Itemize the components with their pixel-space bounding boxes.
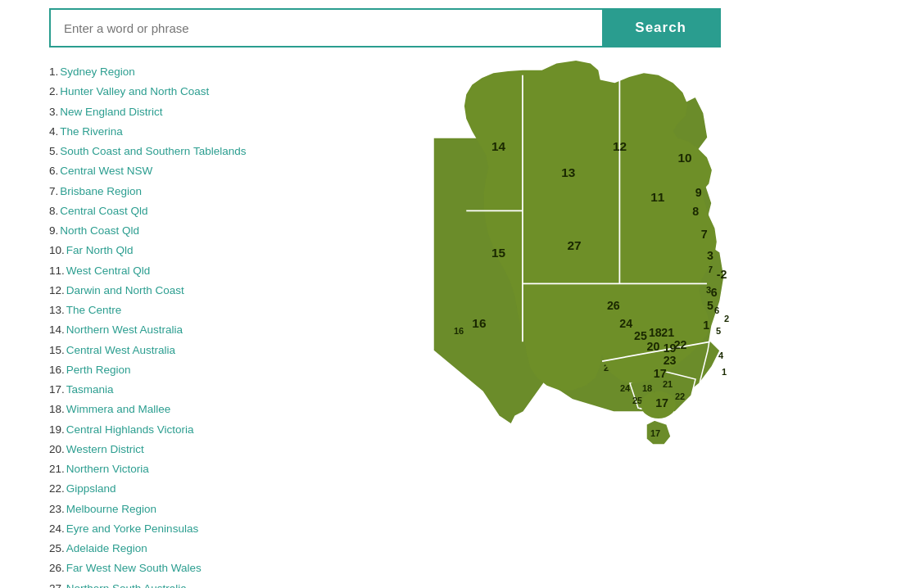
region-number: 26. [49, 562, 65, 574]
map-num-26: 26 [606, 299, 619, 312]
search-bar-wrapper: Search [0, 8, 915, 47]
region-number: 2. [49, 85, 58, 97]
list-item: 14.Northern West Australia [49, 322, 279, 338]
map-group: 14 15 16 13 27 12 11 10 9 8 7 3 -2 6 5 1… [464, 61, 727, 418]
region-number: 23. [49, 503, 65, 515]
region-number: 7. [49, 185, 58, 197]
region-link[interactable]: Central West NSW [60, 165, 152, 177]
region-link[interactable]: New England District [60, 106, 162, 118]
australia-map-detailed: 14 15 16 13 27 12 11 10 9 8 7 3 -2 6 5 1… [380, 56, 781, 424]
label-17: 17 [650, 428, 660, 438]
region-link[interactable]: The Centre [66, 304, 122, 316]
region-link[interactable]: Brisbane Region [60, 185, 142, 197]
region-number: 16. [49, 364, 65, 376]
region-link[interactable]: The Riverina [60, 125, 123, 138]
region-number: 13. [49, 304, 65, 316]
region-link[interactable]: Eyre and Yorke Peninsulas [66, 522, 198, 535]
list-item: 11.West Central Qld [49, 263, 279, 279]
region-number: 6. [49, 165, 58, 177]
region-link[interactable]: Northern West Australia [66, 323, 183, 336]
region-number: 3. [49, 106, 58, 118]
region-link[interactable]: Perth Region [66, 364, 131, 376]
region-link[interactable]: Central Highlands Victoria [66, 423, 194, 436]
map-num-27: 27 [567, 238, 581, 252]
region-link[interactable]: Hunter Valley and North Coast [60, 85, 209, 97]
list-item: 27.Northern South Australia [49, 581, 279, 589]
region-link[interactable]: Wimmera and Mallee [66, 403, 171, 415]
region-number: 25. [49, 542, 65, 554]
list-item: 8.Central Coast Qld [49, 203, 279, 219]
list-item: 6.Central West NSW [49, 163, 279, 179]
region-link[interactable]: West Central Qld [66, 265, 151, 277]
region-number: 9. [49, 224, 58, 237]
region-number: 8. [49, 205, 58, 217]
region-number: 11. [49, 265, 65, 277]
map-num-24: 24 [619, 317, 632, 330]
map-num-12: 12 [613, 139, 627, 153]
region-link[interactable]: Tasmania [66, 383, 114, 396]
region-link[interactable]: Central West Australia [66, 344, 175, 356]
map-num-8: 8 [692, 205, 699, 218]
region-number: 14. [49, 323, 65, 336]
region-number: 5. [49, 145, 58, 157]
region-link[interactable]: South Coast and Southern Tablelands [60, 145, 246, 157]
list-item: 21.Northern Victoria [49, 461, 279, 477]
list-item: 16.Perth Region [49, 362, 279, 378]
region-link[interactable]: Central Coast Qld [60, 205, 147, 217]
region-number: 24. [49, 522, 65, 535]
region-number: 22. [49, 482, 65, 495]
map-num-9: 9 [695, 186, 701, 199]
region-number: 19. [49, 423, 65, 436]
region-link[interactable]: North Coast Qld [60, 224, 139, 237]
region-number: 1. [49, 66, 58, 78]
map-num-10: 10 [677, 151, 691, 165]
main-content: 1.Sydney Region2.Hunter Valley and North… [49, 64, 866, 588]
region-list: 1.Sydney Region2.Hunter Valley and North… [49, 64, 279, 588]
map-num-15: 15 [491, 246, 506, 260]
map-num-17-tas: 17 [655, 396, 668, 409]
region-number: 4. [49, 125, 58, 138]
list-item: 13.The Centre [49, 302, 279, 319]
map-num-20: 20 [646, 340, 659, 353]
map-num-1: 1 [703, 319, 709, 332]
list-item: 3.New England District [49, 104, 279, 120]
map-num-5: 5 [706, 299, 713, 312]
list-item: 2.Hunter Valley and North Coast [49, 84, 279, 100]
region-link[interactable]: Northern South Australia [66, 582, 187, 589]
map-num-11: 11 [650, 190, 665, 204]
region-number: 10. [49, 244, 65, 256]
list-item: 15.Central West Australia [49, 342, 279, 359]
list-item: 24.Eyre and Yorke Peninsulas [49, 521, 279, 537]
list-item: 5.South Coast and Southern Tablelands [49, 143, 279, 160]
list-item: 10.Far North Qld [49, 242, 279, 259]
list-item: 7.Brisbane Region [49, 183, 279, 200]
region-number: 21. [49, 463, 65, 475]
list-item: 25.Adelaide Region [49, 541, 279, 557]
list-item: 1.Sydney Region [49, 64, 279, 80]
search-button[interactable]: Search [602, 10, 719, 46]
list-item: 17.Tasmania [49, 382, 279, 398]
map-num-13: 13 [561, 165, 575, 179]
region-link[interactable]: Northern Victoria [66, 463, 149, 475]
map-num-14: 14 [491, 139, 506, 153]
list-item: 26.Far West New South Wales [49, 560, 279, 577]
region-number: 12. [49, 284, 65, 296]
region-link[interactable]: Darwin and North Coast [66, 284, 184, 296]
list-item: 4.The Riverina [49, 124, 279, 140]
region-link[interactable]: Gippsland [66, 482, 116, 495]
list-item: 19.Central Highlands Victoria [49, 422, 279, 438]
region-number: 15. [49, 344, 65, 356]
region-number: 20. [49, 443, 65, 455]
region-link[interactable]: Far West New South Wales [66, 562, 202, 574]
search-input[interactable] [51, 10, 602, 46]
region-number: 17. [49, 383, 65, 396]
map-num-2: -2 [716, 268, 727, 281]
map-num-25: 25 [634, 329, 647, 342]
map-num-23: 23 [663, 354, 676, 367]
map-num-18: 18 [648, 326, 661, 339]
region-link[interactable]: Sydney Region [60, 66, 135, 78]
region-link[interactable]: Western District [66, 443, 144, 455]
region-link[interactable]: Melbourne Region [66, 503, 156, 515]
region-link[interactable]: Adelaide Region [66, 542, 147, 554]
region-link[interactable]: Far North Qld [66, 244, 134, 256]
